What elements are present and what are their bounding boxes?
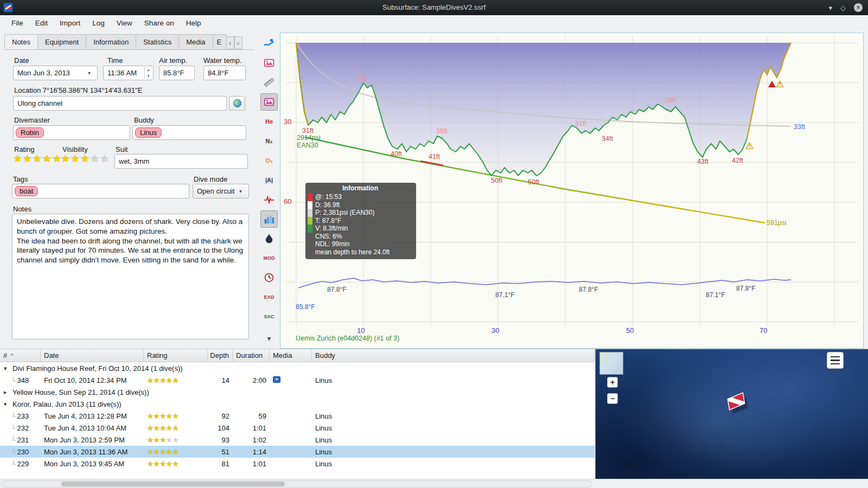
location-field[interactable] (13, 96, 227, 111)
trip-row[interactable]: ▾ Divi Flamingo House Reef, Fri Oct 10, … (0, 362, 595, 374)
trip-row[interactable]: ▸ Yellow House, Sun Sep 21, 2014 (1 dive… (0, 386, 595, 398)
ndl-clock-button[interactable] (260, 269, 278, 286)
menu-import[interactable]: Import (54, 16, 86, 30)
buddy-field[interactable]: Linus (132, 125, 246, 140)
photos-button[interactable] (260, 54, 278, 72)
tissues-button[interactable] (260, 210, 278, 228)
notes-textarea[interactable]: Unbelievable dive. Dozens and dozens of … (12, 214, 249, 339)
dive-row[interactable]: └233 Tue Jun 4, 2013 12:28 PM ★★★★★ 92 5… (0, 410, 595, 422)
caret-right-icon[interactable]: ▸ (4, 389, 9, 396)
dive-row[interactable]: └231 Mon Jun 3, 2013 2:59 PM ★★★★★ 93 1:… (0, 434, 595, 446)
column-number[interactable]: #^ (0, 349, 41, 362)
maximize-icon[interactable]: ◇ (840, 4, 846, 12)
bottom-section: #^ Date Rating Depth Duration Media Budd… (0, 349, 868, 488)
zoom-out-button[interactable]: − (607, 393, 618, 404)
visibility-stars[interactable]: ★★★★★ (61, 152, 110, 165)
tab-notes[interactable]: Notes (4, 34, 38, 49)
tabbar: Notes Equipment Information Statistics M… (4, 34, 256, 49)
date-combobox[interactable]: Mon Jun 3, 2013 ▾ (13, 66, 98, 80)
time-value: 11:36 AM (107, 69, 137, 77)
tooltip-row: NDL: 99min (315, 240, 390, 248)
column-media[interactable]: Media (270, 349, 312, 362)
air-toggle-button[interactable]: |A| (260, 171, 278, 189)
ead-button[interactable]: EAD (260, 288, 278, 306)
time-spinbox[interactable]: 11:36 AM ▴▾ (103, 66, 154, 80)
tag-chip[interactable]: boat (15, 186, 38, 196)
depth-label: 40ft (391, 150, 402, 158)
show-photos-toggle[interactable] (260, 93, 278, 111)
caret-down-icon[interactable]: ▾ (4, 401, 9, 408)
helium-graph-button[interactable]: He (260, 113, 278, 130)
tags-field[interactable]: boat (12, 184, 189, 198)
dive-profile-plot[interactable]: 30 60 10 30 50 70 2914psi EAN30 591psi 3… (280, 33, 864, 349)
tags-label: Tags (13, 175, 28, 183)
ruler-button[interactable] (260, 74, 278, 91)
dive-flag-marker[interactable] (722, 390, 752, 419)
dive-row-selected[interactable]: └230 Mon Jun 3, 2013 11:36 AM ★★★★★ 51 1… (0, 446, 595, 458)
menu-log[interactable]: Log (86, 16, 111, 30)
map-menu-button[interactable] (827, 352, 844, 369)
oxygen-graph-button[interactable]: O₂ (260, 152, 278, 169)
temp-label: 85.8°F (296, 303, 315, 311)
tab-scroll-left-icon[interactable]: ‹ (226, 36, 234, 49)
warning-icon: ⚠ (745, 140, 754, 152)
horizontal-scrollbar[interactable] (1, 480, 592, 487)
menu-share-on[interactable]: Share on (138, 16, 180, 30)
nitrogen-graph-button[interactable]: N₂ (260, 132, 278, 150)
trip-row[interactable]: ▾ Koror, Palau, Jun 2013 (11 dive(s)) (0, 398, 595, 410)
dive-row[interactable]: └232 Tue Jun 4, 2013 10:04 AM ★★★★★ 104 … (0, 422, 595, 434)
tab-equipment[interactable]: Equipment (37, 34, 86, 49)
column-duration[interactable]: Duration (233, 349, 270, 362)
water-temp-field[interactable] (203, 66, 246, 80)
ceiling-button[interactable] (260, 230, 278, 247)
toolbar-scroll-down[interactable]: ▾ (260, 330, 278, 347)
tab-statistics[interactable]: Statistics (136, 34, 179, 49)
x-tick-70: 70 (760, 326, 767, 335)
divemaster-field[interactable]: Robin (13, 125, 130, 140)
menu-help[interactable]: Help (180, 16, 207, 30)
spin-down-icon[interactable]: ▾ (145, 73, 152, 79)
close-icon[interactable]: × (854, 3, 863, 12)
dive-row[interactable]: └348 Fri Oct 10, 2014 12:34 PM ★★★★★ 14 … (0, 374, 595, 386)
divemaster-label: Divemaster (14, 116, 50, 124)
tab-scroll-right-icon[interactable]: › (234, 36, 242, 49)
tree-branch-icon: └ (11, 425, 16, 432)
map-location-button[interactable] (229, 96, 245, 111)
scrollbar-thumb[interactable] (61, 481, 285, 486)
dive-site-map[interactable]: + − (595, 349, 868, 479)
column-rating[interactable]: Rating (144, 349, 208, 362)
chevron-down-icon[interactable]: ▾ (239, 188, 245, 194)
subsurface-window: Subsurface: SampleDivesV2.ssrf ▾ ◇ × Fil… (0, 0, 868, 488)
caret-down-icon[interactable]: ▾ (4, 365, 9, 372)
heart-rate-button[interactable] (260, 191, 278, 208)
divemaster-chip[interactable]: Robin (16, 127, 44, 138)
mod-button[interactable]: MOD (260, 249, 278, 267)
zoom-in-button[interactable]: + (607, 377, 618, 388)
column-depth[interactable]: Depth (208, 349, 233, 362)
tab-information[interactable]: Information (86, 34, 136, 49)
column-buddy[interactable]: Buddy (312, 349, 595, 362)
buddy-chip[interactable]: Linus (135, 127, 162, 138)
tooltip-title: Information (308, 184, 413, 192)
menu-file[interactable]: File (5, 16, 29, 30)
dive-row[interactable]: └229 Mon Jun 3, 2013 9:45 AM ★★★★★ 81 1:… (0, 458, 595, 470)
photo-icon (263, 57, 275, 69)
column-date[interactable]: Date (41, 349, 144, 362)
spin-up-icon[interactable]: ▴ (145, 67, 152, 73)
menu-view[interactable]: View (111, 16, 138, 30)
air-temp-field[interactable] (159, 66, 195, 80)
time-label: Time (107, 56, 123, 65)
overview-map-thumbnail[interactable] (599, 352, 623, 375)
titlebar[interactable]: Subsurface: SampleDivesV2.ssrf ▾ ◇ × (0, 0, 868, 15)
suit-field[interactable] (114, 154, 248, 169)
menu-edit[interactable]: Edit (29, 16, 54, 30)
minimize-icon[interactable]: ▾ (828, 4, 832, 12)
dive-mode-select[interactable]: Open circuit ▾ (193, 184, 249, 198)
dive-computer-button[interactable] (260, 35, 278, 52)
media-photos-icon[interactable] (273, 376, 280, 383)
rating-stars[interactable]: ★★★★★ (13, 152, 62, 165)
sac-button[interactable]: SAC (260, 308, 278, 325)
tab-extra-info[interactable]: E (213, 34, 227, 49)
chevron-down-icon[interactable]: ▾ (88, 70, 93, 76)
tab-media[interactable]: Media (178, 34, 213, 49)
